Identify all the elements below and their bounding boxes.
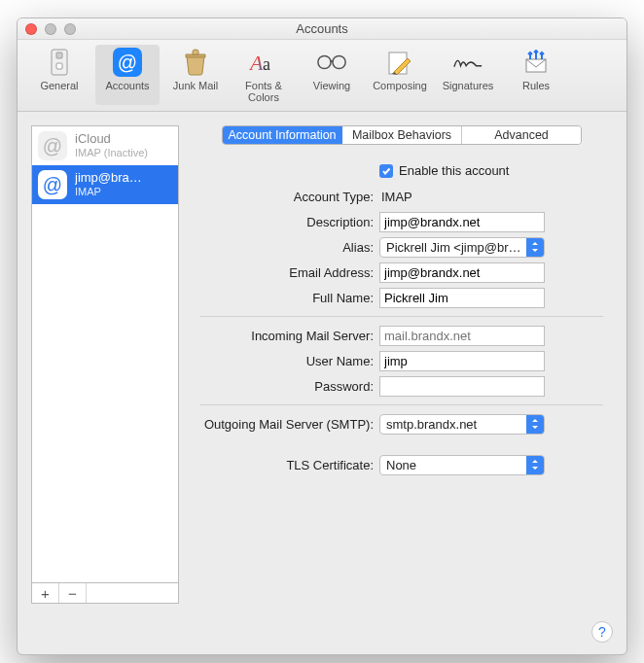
toolbar-label: Signatures: [436, 80, 500, 91]
svg-text:a: a: [263, 54, 270, 74]
tls-value: None: [380, 458, 526, 472]
tls-label: TLS Certificate:: [191, 458, 379, 472]
svg-rect-1: [56, 52, 62, 58]
fonts-icon: Aa: [249, 49, 278, 76]
tls-certificate-select[interactable]: None: [379, 455, 545, 475]
switch-icon: [49, 49, 70, 76]
toolbar-item-junk[interactable]: Junk Mail: [163, 45, 228, 105]
account-row-icloud[interactable]: @ iCloud IMAP (Inactive): [32, 126, 178, 165]
segmented-control: Account Information Mailbox Behaviors Ad…: [222, 125, 582, 145]
content-area: @ iCloud IMAP (Inactive) @ jimp@bra… IMA…: [18, 112, 626, 615]
settings-pane: Account Information Mailbox Behaviors Ad…: [191, 125, 613, 604]
password-input[interactable]: [379, 376, 545, 397]
email-input[interactable]: [379, 262, 545, 283]
outgoing-server-value: smtp.brandx.net: [380, 417, 526, 432]
divider: [200, 404, 603, 405]
filler: [87, 583, 178, 603]
incoming-label: Incoming Mail Server:: [191, 329, 379, 343]
alias-value: Pickrell Jim <jimp@brandx.net>: [380, 240, 526, 255]
toolbar-item-rules[interactable]: Rules: [504, 45, 568, 105]
preferences-window: Accounts General @ Accounts Junk Mail Aa…: [17, 17, 627, 655]
toolbar-item-viewing[interactable]: Viewing: [300, 45, 364, 105]
divider: [200, 316, 603, 317]
svg-text:A: A: [249, 51, 264, 75]
account-row-brandx[interactable]: @ jimp@bra… IMAP: [32, 165, 178, 204]
account-name: iCloud: [75, 132, 148, 147]
alias-select[interactable]: Pickrell Jim <jimp@brandx.net>: [379, 237, 545, 258]
email-label: Email Address:: [191, 265, 379, 280]
at-icon: @: [38, 131, 67, 160]
svg-point-5: [318, 55, 331, 68]
svg-point-6: [333, 55, 345, 68]
footer: ?: [18, 615, 626, 654]
at-icon: @: [38, 170, 67, 199]
alias-label: Alias:: [191, 240, 379, 255]
add-account-button[interactable]: +: [32, 583, 59, 603]
chevron-up-down-icon: [526, 238, 544, 257]
outgoing-server-select[interactable]: smtp.brandx.net: [379, 414, 545, 435]
toolbar-item-general[interactable]: General: [27, 45, 91, 105]
account-type-value: IMAP: [379, 190, 613, 204]
check-icon: [379, 164, 393, 178]
titlebar: Accounts: [18, 18, 626, 40]
account-subtitle: IMAP: [75, 186, 142, 198]
account-name: jimp@bra…: [75, 171, 142, 186]
accounts-list[interactable]: @ iCloud IMAP (Inactive) @ jimp@bra… IMA…: [31, 125, 179, 582]
toolbar-label: Viewing: [300, 80, 364, 91]
fullname-label: Full Name:: [191, 291, 379, 305]
rules-icon: [522, 50, 550, 75]
add-remove-bar: + −: [31, 582, 179, 604]
toolbar: General @ Accounts Junk Mail Aa Fonts & …: [18, 40, 626, 112]
toolbar-label: General: [27, 80, 91, 91]
enable-account-label: Enable this account: [399, 163, 509, 178]
username-input[interactable]: [379, 351, 545, 371]
compose-icon: [386, 49, 413, 76]
toolbar-label: Composing: [368, 80, 432, 91]
window-title: Accounts: [18, 21, 626, 36]
trash-icon: [183, 49, 208, 76]
help-button[interactable]: ?: [591, 621, 613, 643]
at-icon: @: [113, 48, 142, 77]
svg-rect-2: [56, 63, 62, 69]
account-form: Enable this account Account Type: IMAP D…: [191, 158, 613, 477]
toolbar-item-fonts[interactable]: Aa Fonts & Colors: [232, 45, 296, 105]
toolbar-label: Rules: [504, 80, 568, 91]
account-type-label: Account Type:: [191, 190, 379, 204]
remove-account-button[interactable]: −: [59, 583, 87, 603]
toolbar-item-signatures[interactable]: Signatures: [436, 45, 500, 105]
fullname-input[interactable]: [379, 288, 545, 308]
chevron-up-down-icon: [526, 415, 544, 434]
toolbar-label: Fonts & Colors: [232, 80, 296, 103]
chevron-up-down-icon: [526, 456, 544, 474]
incoming-server-input: [379, 326, 545, 346]
description-label: Description:: [191, 215, 379, 229]
toolbar-item-accounts[interactable]: @ Accounts: [95, 45, 160, 105]
accounts-sidebar: @ iCloud IMAP (Inactive) @ jimp@bra… IMA…: [31, 125, 179, 604]
description-input[interactable]: [379, 212, 545, 232]
tab-mailbox-behaviors[interactable]: Mailbox Behaviors: [342, 126, 462, 144]
password-label: Password:: [191, 379, 379, 394]
toolbar-item-composing[interactable]: Composing: [368, 45, 432, 105]
toolbar-label: Accounts: [95, 80, 160, 91]
enable-account-checkbox[interactable]: Enable this account: [379, 163, 509, 178]
glasses-icon: [316, 53, 347, 71]
tab-advanced[interactable]: Advanced: [462, 126, 581, 144]
account-subtitle: IMAP (Inactive): [75, 147, 148, 159]
outgoing-label: Outgoing Mail Server (SMTP):: [191, 417, 379, 432]
toolbar-label: Junk Mail: [163, 80, 228, 91]
username-label: User Name:: [191, 354, 379, 368]
tab-account-information[interactable]: Account Information: [223, 126, 342, 144]
signature-icon: [452, 52, 483, 72]
